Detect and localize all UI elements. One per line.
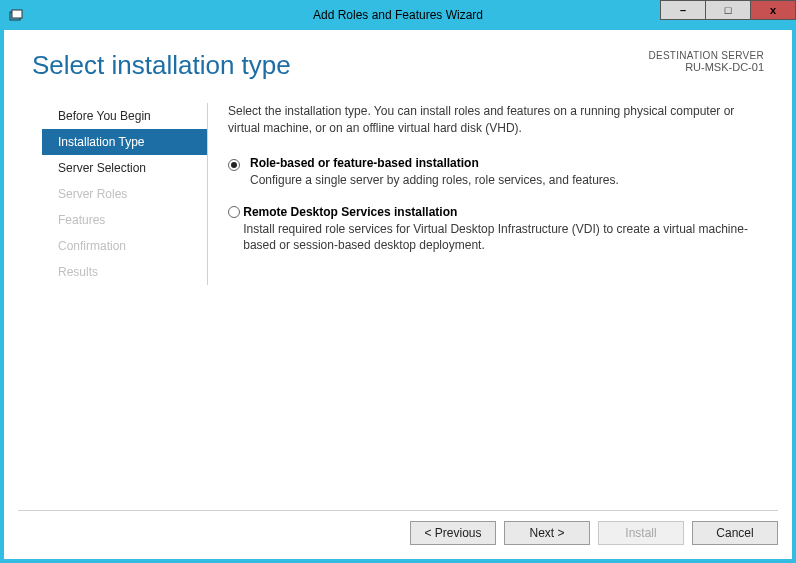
radio-button[interactable]: [228, 205, 243, 255]
close-icon: x: [770, 4, 776, 16]
wizard-body: Select installation type DESTINATION SER…: [0, 30, 796, 563]
sidebar-item-confirmation: Confirmation: [42, 233, 207, 259]
cancel-button[interactable]: Cancel: [692, 521, 778, 545]
radio-title: Role-based or feature-based installation: [250, 156, 619, 170]
radio-option-remote-desktop[interactable]: Remote Desktop Services installation Ins…: [228, 205, 760, 255]
radio-button[interactable]: [228, 156, 250, 189]
minimize-icon: –: [680, 4, 686, 16]
title-bar: Add Roles and Features Wizard – □ x: [0, 0, 796, 30]
install-button: Install: [598, 521, 684, 545]
minimize-button[interactable]: –: [660, 0, 706, 20]
sidebar-item-server-selection[interactable]: Server Selection: [42, 155, 207, 181]
sidebar-item-installation-type[interactable]: Installation Type: [42, 129, 207, 155]
destination-label: DESTINATION SERVER: [648, 50, 764, 61]
page-title: Select installation type: [32, 50, 291, 81]
radio-description: Configure a single server by adding role…: [250, 172, 619, 189]
window-controls: – □ x: [661, 0, 796, 20]
sidebar-item-before-you-begin[interactable]: Before You Begin: [42, 103, 207, 129]
footer-buttons: < Previous Next > Install Cancel: [18, 510, 778, 545]
body-row: Before You Begin Installation Type Serve…: [14, 103, 782, 285]
radio-option-role-based[interactable]: Role-based or feature-based installation…: [228, 156, 760, 189]
radio-text: Role-based or feature-based installation…: [250, 156, 619, 189]
sidebar-item-results: Results: [42, 259, 207, 285]
wizard-steps-sidebar: Before You Begin Installation Type Serve…: [42, 103, 208, 285]
destination-block: DESTINATION SERVER RU-MSK-DC-01: [648, 50, 764, 73]
maximize-button[interactable]: □: [705, 0, 751, 20]
close-button[interactable]: x: [750, 0, 796, 20]
destination-name: RU-MSK-DC-01: [648, 61, 764, 73]
previous-button[interactable]: < Previous: [410, 521, 496, 545]
next-button[interactable]: Next >: [504, 521, 590, 545]
radio-title: Remote Desktop Services installation: [243, 205, 760, 219]
sidebar-item-features: Features: [42, 207, 207, 233]
radio-description: Install required role services for Virtu…: [243, 221, 760, 255]
radio-text: Remote Desktop Services installation Ins…: [243, 205, 760, 255]
maximize-icon: □: [725, 4, 732, 16]
sidebar-item-server-roles: Server Roles: [42, 181, 207, 207]
content-pane: Select the installation type. You can in…: [208, 103, 782, 285]
instruction-text: Select the installation type. You can in…: [228, 103, 760, 138]
header-row: Select installation type DESTINATION SER…: [14, 40, 782, 81]
